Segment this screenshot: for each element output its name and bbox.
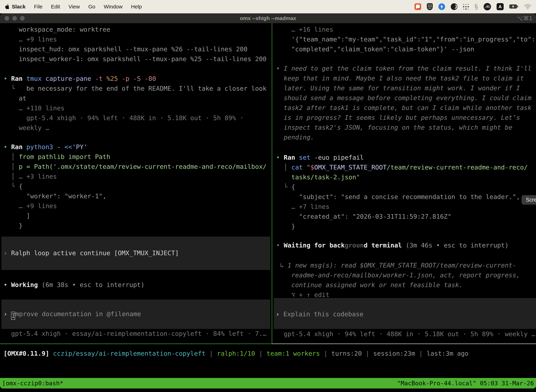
- terminal-line: at: [4, 93, 267, 103]
- right-prompt-input[interactable]: › Explain this codebase: [274, 298, 536, 329]
- terminal-block: gpt-5.4 xhigh · essay/ai-reimplementatio…: [4, 329, 267, 339]
- terminal-line: pending.: [276, 132, 531, 142]
- terminal-line: inspect task2's JSON, focusing on the st…: [276, 123, 531, 132]
- terminal-line: │ p = Path('.omx/state/team/review-curre…: [4, 162, 267, 172]
- terminal-line: … +16 lines: [276, 25, 535, 34]
- terminal-block: • I need to get the claim token from the…: [276, 64, 531, 142]
- terminal-line: │ … +3 lines: [4, 172, 267, 182]
- chevron-prompt-icon: ›: [4, 249, 11, 257]
- left-prompt-input-line: › Improve documentation in @filename: [4, 309, 141, 319]
- text-cursor: I: [11, 312, 15, 320]
- ralph-loop-banner-text: Ralph loop active continue [OMX_TMUX_INJ…: [11, 249, 179, 257]
- menu-app-name[interactable]: Slack: [12, 4, 25, 10]
- terminal-line: gpt-5.4 xhigh · essay/ai-reimplementatio…: [4, 329, 267, 339]
- window-keystroke-badge: ⌥⌘1: [517, 13, 532, 23]
- wifi-icon[interactable]: [524, 4, 531, 9]
- terminal-line: • Ran python3 - <<'PY': [4, 142, 267, 152]
- right-prompt-input-line: › Explain this codebase: [276, 309, 364, 319]
- tmux-horizontal-divider-right[interactable]: [272, 344, 536, 344]
- terminal-line: gpt-5.4 xhigh · 94% left · 488K in · 5.1…: [4, 113, 267, 123]
- tmux-status-bar: [omx-cczip0:bash* "MacBook-Pro-44.local"…: [0, 378, 536, 388]
- terminal-block: • Ran python3 - <<'PY' │ from pathlib im…: [4, 142, 267, 231]
- apple-menu-icon[interactable]: [5, 4, 9, 9]
- terminal-block: … +16 lines '{"team_name":"my-team","tas…: [276, 25, 535, 54]
- screen-overlay-button[interactable]: Scre: [522, 195, 536, 205]
- dots-grid-icon[interactable]: [463, 4, 469, 10]
- terminal-line: "created_at": "2026-03-31T11:59:27.816Z": [276, 212, 528, 221]
- terminal-line: readme-and-reco/mailbox/worker-1.json, a…: [276, 270, 520, 280]
- terminal-line: │ cat "$OMX_TEAM_STATE_ROOT/team/review-…: [276, 163, 528, 172]
- terminal-line: }: [4, 221, 267, 231]
- dark-crescent-icon[interactable]: [451, 3, 457, 10]
- terminal-line: should send a message before completing …: [276, 93, 531, 103]
- terminal-line: ]: [4, 211, 267, 221]
- menu-file[interactable]: File: [34, 4, 42, 10]
- tmux-session-label: [omx-cczip0:bash*: [2, 380, 63, 387]
- terminal-line: "completed","claim_token":"claim-token"}…: [276, 44, 535, 54]
- terminal-block: ↳ 1 new msg(s): read $OMX_TEAM_STATE_ROO…: [276, 261, 520, 300]
- orange-chat-icon[interactable]: [415, 3, 421, 10]
- window-title-bar: omx --xhigh --madmax ⌥⌘1: [0, 13, 536, 23]
- terminal-line: • Ran set -euo pipefail: [276, 153, 528, 163]
- terminal-line: tasks/task-2.json": [276, 172, 528, 182]
- tmux-horizontal-divider-left[interactable]: [0, 344, 272, 344]
- menu-window[interactable]: Window: [104, 4, 123, 10]
- tmux-host-clock-label: "MacBook-Pro-44.local" 05:03 31-Mar-26: [397, 380, 534, 387]
- percent-badge-icon[interactable]: ..61: [483, 3, 491, 10]
- chevron-prompt-icon: ›: [276, 311, 283, 318]
- terminal-line: weekly …: [4, 123, 267, 133]
- terminal-block: gpt-5.4 xhigh · 94% left · 488K in · 5.1…: [276, 329, 535, 339]
- terminal-line: … +9 lines: [4, 201, 267, 211]
- terminal-line: │ from pathlib import Path: [4, 152, 267, 162]
- terminal-line: • Working (6m 38s • esc to interrupt): [4, 280, 144, 290]
- terminal-line: … +7 lines: [276, 202, 528, 212]
- terminal-line: }: [276, 221, 528, 231]
- terminal-block: • Ran set -euo pipefail │ cat "$OMX_TEAM…: [276, 153, 528, 231]
- terminal-line: • I need to get the claim token from the…: [276, 64, 531, 73]
- menu-list: Slack File Edit View Go Window Help: [12, 4, 142, 10]
- terminal-line: ↳ 1 new msg(s): read $OMX_TEAM_STATE_ROO…: [276, 261, 520, 270]
- ralph-loop-banner-line: › Ralph loop active continue [OMX_TMUX_I…: [4, 248, 179, 258]
- window-title: omx --xhigh --madmax: [0, 13, 536, 23]
- terminal-line: └ {: [276, 182, 528, 192]
- tmux-vertical-pane-divider[interactable]: [272, 23, 272, 344]
- terminal-line: later. Using the same for transition mig…: [276, 83, 531, 93]
- terminal-line: gpt-5.4 xhigh · 94% left · 488K in · 5.1…: [276, 329, 535, 339]
- squiggle-icon[interactable]: §: [474, 3, 478, 10]
- left-input-placeholder: mprove documentation in @filename: [15, 310, 141, 317]
- terminal-line: • Waiting for background terminal (3m 46…: [276, 240, 509, 250]
- terminal-line: … +9 lines: [4, 34, 267, 44]
- left-prompt-input[interactable]: › Improve documentation in @filename: [1, 299, 270, 329]
- terminal-block: • Working (6m 38s • esc to interrupt): [4, 280, 144, 290]
- terminal-line: inspect_hud: omx sparkshell --tmux-pane …: [4, 44, 267, 54]
- terminal-line: └ be necessary for the end of the README…: [4, 84, 267, 93]
- shield-grid-icon[interactable]: [427, 3, 433, 10]
- terminal-line: continue assigned work or next feasible …: [276, 280, 520, 290]
- menubar-status-icons: § ..61 A: [415, 3, 531, 10]
- terminal-line: '{"team_name":"my-team","task_id":"1","f…: [276, 34, 535, 44]
- chevron-prompt-icon: ›: [4, 310, 11, 317]
- terminal-content[interactable]: › Ralph loop active continue [OMX_TMUX_I…: [0, 23, 536, 378]
- battery-icon[interactable]: [509, 5, 518, 9]
- macos-menu-bar: Slack File Edit View Go Window Help § .: [0, 0, 536, 13]
- terminal-line: workspace_mode: worktree: [4, 25, 267, 34]
- terminal-line: task2 after task1 is complete, but can I…: [276, 103, 531, 113]
- terminal-block: • Ran tmux capture-pane -t %25 -p -S -80…: [4, 74, 267, 133]
- terminal-line: keep that in mind. Maybe I also need the…: [276, 73, 531, 83]
- right-input-placeholder: Explain this codebase: [283, 311, 363, 318]
- terminal-line: • Ran tmux capture-pane -t %25 -p -S -80: [4, 74, 267, 84]
- blue-bolt-badge-icon[interactable]: [438, 3, 445, 10]
- terminal-block: workspace_mode: worktree … +9 lines insp…: [4, 25, 267, 64]
- screen: Slack File Edit View Go Window Help § .: [0, 0, 536, 392]
- terminal-line: is in progress? It seems likely but perh…: [276, 113, 531, 123]
- terminal-line: "subject": "send a concise recommendatio…: [276, 192, 528, 202]
- terminal-line: └ {: [4, 182, 267, 191]
- menu-view[interactable]: View: [68, 4, 80, 10]
- menu-help[interactable]: Help: [131, 4, 142, 10]
- menu-edit[interactable]: Edit: [51, 4, 60, 10]
- menu-go[interactable]: Go: [88, 4, 95, 10]
- terminal-line: … +110 lines: [4, 103, 267, 113]
- input-source-icon[interactable]: A: [497, 3, 504, 10]
- omx-session-status-line: [OMX#0.11.9] cczip/essay/ai-reimplementa…: [4, 349, 469, 359]
- terminal-block: • Waiting for background terminal (3m 46…: [276, 240, 509, 250]
